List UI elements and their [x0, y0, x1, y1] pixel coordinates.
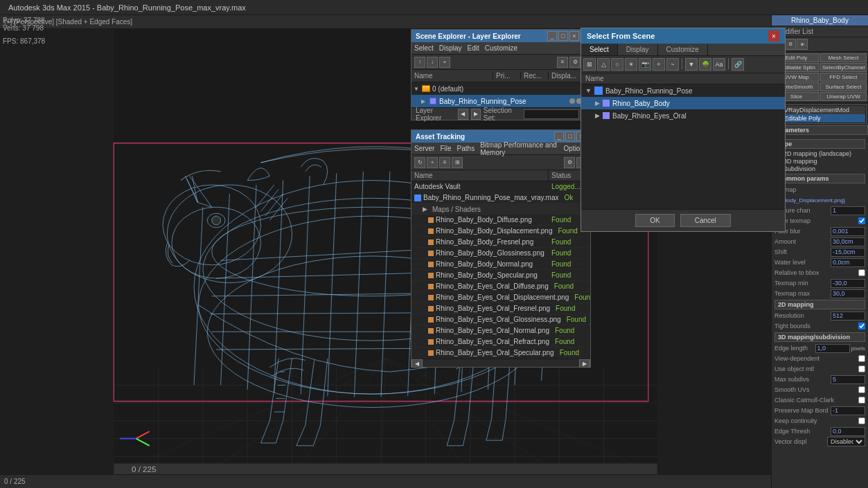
- sfs-icon-case-sensitive[interactable]: Aa: [713, 58, 725, 71]
- sfs-icon-select-all[interactable]: ⊠: [583, 58, 596, 71]
- sfs-icon-display-subtree[interactable]: 🌳: [699, 58, 711, 71]
- asset-row-eyes-refract[interactable]: Rhino_Baby_Eyes_Oral_Refract.png Found: [411, 336, 590, 347]
- filter-blur-input[interactable]: [831, 227, 865, 236]
- asset-toolbar-2[interactable]: +: [427, 157, 438, 168]
- max-subdivs-input[interactable]: [831, 375, 865, 384]
- edge-thresh-input[interactable]: [831, 427, 865, 436]
- asset-maps-group[interactable]: ▶ Maps / Shaders: [411, 204, 590, 215]
- asset-toolbar-5[interactable]: ⚙: [564, 157, 575, 168]
- sfs-cancel-button[interactable]: Cancel: [680, 214, 731, 227]
- sfs-tab-select[interactable]: Select: [581, 44, 618, 55]
- texmap-max-input[interactable]: [831, 289, 865, 298]
- asset-scroll-left[interactable]: ◀: [411, 359, 423, 368]
- filter-texmap-checkbox[interactable]: [858, 217, 865, 224]
- modifier-editable-poly[interactable]: Editable Poly: [774, 114, 865, 123]
- asset-row-eyes-glossiness[interactable]: Rhino_Baby_Eyes_Oral_Glossiness.png Foun…: [411, 314, 590, 325]
- baby-rhino-item[interactable]: ▶ Baby_Rhino_Running_Pose: [411, 95, 583, 107]
- radio-2d-mapping[interactable]: 2D mapping (landscape): [774, 150, 865, 157]
- tight-bounds-checkbox[interactable]: [858, 323, 865, 329]
- select-by-channel-btn[interactable]: SelectByChannel: [820, 63, 867, 72]
- sfs-tab-display[interactable]: Display: [618, 44, 658, 55]
- modifier-vray-disp[interactable]: VRayDisplacementMod: [774, 106, 865, 114]
- asset-row-eyes-displacement[interactable]: Rhino_Baby_Eyes_Oral_Displacement.png Fo…: [411, 292, 590, 303]
- sfs-tab-customize[interactable]: Customize: [658, 44, 708, 55]
- asset-maximize[interactable]: □: [565, 132, 575, 141]
- unwrap-uvw-btn[interactable]: Unwrap UVW: [820, 92, 867, 101]
- parameters-scroll[interactable]: Parameters Type 2D mapping (landscape) 3…: [772, 125, 868, 488]
- asset-menu-paths[interactable]: Paths: [457, 145, 475, 152]
- texture-chan-input[interactable]: [831, 206, 865, 215]
- toolbar-icon-2[interactable]: ↓: [427, 57, 438, 68]
- asset-row-eyes-normal[interactable]: Rhino_Baby_Eyes_Oral_Normal.png Found: [411, 325, 590, 336]
- sfs-icon-helpers[interactable]: +: [653, 58, 665, 71]
- asset-row-specular[interactable]: Rhino_Baby_Body_Specular.png Found: [411, 270, 590, 281]
- radio-3d-mapping[interactable]: 3D mapping: [774, 158, 865, 165]
- sfs-icon-spacewarps[interactable]: ~: [666, 58, 679, 71]
- sfs-icon-select-deps[interactable]: 🔗: [732, 58, 744, 71]
- asset-tracking-panel[interactable]: Asset Tracking _ □ × Server File Paths B…: [411, 129, 591, 368]
- asset-row-glossiness[interactable]: Rhino_Baby_Body_Glossiness.png Found: [411, 248, 590, 259]
- sfs-icon-lights[interactable]: ☀: [625, 58, 637, 71]
- smooth-uv-checkbox[interactable]: [858, 386, 865, 393]
- preserve-map-input[interactable]: [831, 406, 865, 415]
- select-from-scene-panel[interactable]: Select From Scene × Select Display Custo…: [581, 28, 786, 232]
- layer-default-item[interactable]: ▼ 0 (default): [411, 82, 583, 95]
- sfs-item-baby-rhino-pose[interactable]: ▼ Baby_Rhino_Running_Pose: [581, 84, 785, 97]
- asset-toolbar-1[interactable]: ↻: [414, 157, 425, 168]
- asset-menu-server[interactable]: Server: [414, 145, 434, 152]
- sfs-icon-shapes[interactable]: ○: [611, 58, 623, 71]
- asset-row-displacement[interactable]: Rhino_Baby_Body_Displacement.png Found: [411, 226, 590, 237]
- asset-row-normal[interactable]: Rhino_Baby_Body_Normal.png Found: [411, 259, 590, 270]
- toolbar-icon-5[interactable]: ⚙: [569, 57, 581, 68]
- sfs-tree-content[interactable]: ▼ Baby_Rhino_Running_Pose ▶ Rhino_Baby_B…: [581, 84, 785, 209]
- toolbar-icon-3[interactable]: ×: [439, 57, 450, 68]
- selection-icon-1[interactable]: ◀: [458, 109, 468, 120]
- scene-explorer-close[interactable]: ×: [569, 31, 579, 41]
- sfs-item-eyes-oral[interactable]: ▶ Baby_Rhino_Eyes_Oral: [581, 109, 785, 122]
- sfs-close-button[interactable]: ×: [768, 30, 779, 42]
- vector-displ-select[interactable]: Disabled: [827, 437, 865, 446]
- edge-length-input[interactable]: [815, 344, 850, 353]
- sfs-ok-button[interactable]: OK: [635, 214, 674, 227]
- asset-row-fresnel[interactable]: Rhino_Baby_Body_Fresnel.png Found: [411, 237, 590, 248]
- menu-edit[interactable]: Edit: [468, 44, 479, 52]
- shift-input[interactable]: [831, 248, 865, 257]
- menu-select[interactable]: Select: [414, 44, 434, 52]
- menu-customize[interactable]: Customize: [485, 44, 517, 52]
- asset-menu-file[interactable]: File: [440, 145, 451, 152]
- asset-row-vault[interactable]: Autodesk Vault Logged...: [411, 181, 590, 192]
- asset-row-eyes-specular[interactable]: Rhino_Baby_Eyes_Oral_Specular.png Found: [411, 347, 590, 359]
- asset-minimize[interactable]: _: [554, 132, 564, 141]
- view-dependent-checkbox[interactable]: [858, 355, 865, 362]
- asset-menu-bitmap[interactable]: Bitmap Performance and Memory: [480, 141, 558, 156]
- surface-select-btn[interactable]: Surface Select: [820, 82, 867, 91]
- mesh-select-btn[interactable]: Mesh Select: [820, 53, 867, 62]
- asset-row-eyes-diffuse[interactable]: Rhino_Baby_Eyes_Oral_Diffuse.png Found: [411, 281, 590, 292]
- asset-scroll-right[interactable]: ▶: [579, 359, 590, 368]
- asset-toolbar-4[interactable]: ⊞: [452, 157, 463, 168]
- asset-scroll-track[interactable]: [423, 359, 579, 367]
- toolbar-icon-4[interactable]: ≡: [557, 57, 568, 68]
- use-object-mtl-checkbox[interactable]: [858, 365, 865, 372]
- asset-row-maxfile[interactable]: Baby_Rhino_Running_Pose_max_vray.max Ok: [411, 192, 590, 204]
- asset-row-diffuse[interactable]: Rhino_Baby_Body_Diffuse.png Found: [411, 215, 590, 226]
- amount-input[interactable]: [831, 237, 865, 246]
- keep-continuity-checkbox[interactable]: [858, 417, 865, 424]
- show-result-icon[interactable]: 👁: [797, 39, 808, 50]
- resolution-input[interactable]: [831, 311, 865, 320]
- sfs-icon-filter[interactable]: ▼: [685, 58, 698, 71]
- water-level-input[interactable]: [831, 258, 865, 267]
- asset-row-eyes-fresnel[interactable]: Rhino_Baby_Eyes_Oral_Fresnel.png Found: [411, 303, 590, 314]
- scene-explorer-minimize[interactable]: _: [547, 31, 557, 41]
- relative-bbox-checkbox[interactable]: [858, 269, 865, 276]
- scene-explorer-maximize[interactable]: □: [558, 31, 568, 41]
- sfs-icon-geometry[interactable]: △: [597, 58, 610, 71]
- toolbar-icon-1[interactable]: ↑: [414, 57, 425, 68]
- asset-rows-container[interactable]: Autodesk Vault Logged... Baby_Rhino_Runn…: [411, 181, 590, 359]
- layer-default-expand[interactable]: ▼: [413, 85, 420, 92]
- menu-display[interactable]: Display: [439, 44, 462, 52]
- ffd-select-btn[interactable]: FFD Select: [820, 73, 867, 82]
- asset-scrollbar[interactable]: ◀ ▶: [411, 359, 590, 367]
- sfs-item-rhino-body[interactable]: ▶ Rhino_Baby_Body: [581, 97, 785, 109]
- texmap-min-input[interactable]: [831, 279, 865, 288]
